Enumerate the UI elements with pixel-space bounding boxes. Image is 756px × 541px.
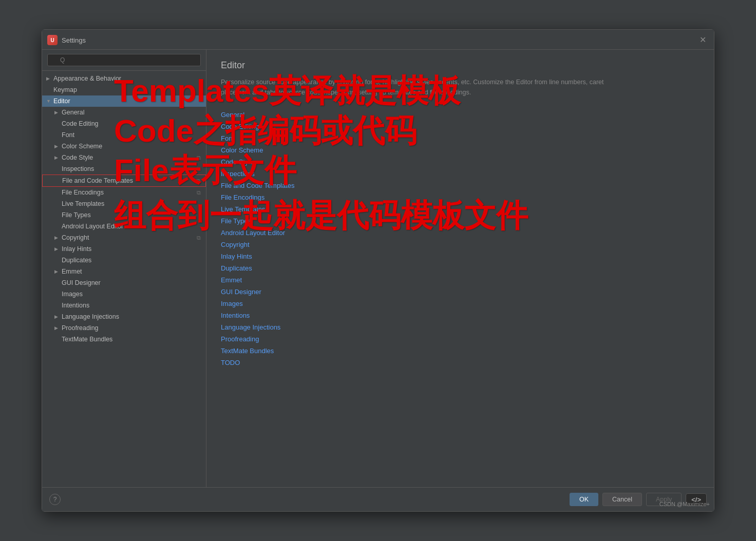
- sidebar-item-code-editing[interactable]: Code Editing: [42, 118, 206, 129]
- arrow-right-icon: ▶: [54, 155, 60, 160]
- search-box: ⌕: [42, 50, 206, 71]
- sidebar-item-emmet[interactable]: ▶Emmet: [42, 266, 206, 277]
- color-scheme-link[interactable]: Color Scheme: [221, 145, 700, 155]
- settings-tree: ▶Appearance & BehaviorKeymap▼Editor▶Gene…: [42, 71, 206, 487]
- proofreading-link[interactable]: Proofreading: [221, 334, 700, 344]
- title-bar-left: U Settings: [47, 35, 86, 45]
- sidebar-item-label: Intentions: [62, 302, 89, 309]
- arrow-right-icon: ▶: [54, 110, 60, 115]
- todo-link[interactable]: TODO: [221, 358, 700, 368]
- sidebar-item-color-scheme[interactable]: ▶Color Scheme: [42, 141, 206, 152]
- sidebar-item-file-code-templates[interactable]: File and Code Templates⧉: [42, 175, 206, 187]
- arrow-right-icon: ▶: [54, 144, 60, 149]
- emmet-link[interactable]: Emmet: [221, 275, 700, 285]
- sidebar-item-appearance[interactable]: ▶Appearance & Behavior: [42, 73, 206, 84]
- dialog-title: Settings: [62, 36, 86, 44]
- sidebar-item-language-injections[interactable]: ▶Language Injections: [42, 311, 206, 322]
- arrow-right-icon: ▶: [54, 325, 60, 331]
- inspections-link[interactable]: Inspections: [221, 169, 700, 179]
- file-encodings-link[interactable]: File Encodings: [221, 192, 700, 202]
- copy-icon: ⧉: [197, 154, 201, 161]
- sidebar-item-duplicates[interactable]: Duplicates: [42, 255, 206, 266]
- language-injections-link[interactable]: Language Injections: [221, 322, 700, 332]
- watermark: CSDN @Maximize+: [659, 501, 710, 507]
- sidebar-item-live-templates[interactable]: Live Templates: [42, 198, 206, 209]
- file-types-link[interactable]: File Types: [221, 216, 700, 226]
- code-style-link[interactable]: Code Style: [221, 157, 700, 167]
- sidebar-item-label: File Types: [62, 211, 91, 219]
- close-button[interactable]: ✕: [698, 36, 707, 44]
- inlay-hints-link[interactable]: Inlay Hints: [221, 252, 700, 261]
- sidebar-item-code-style[interactable]: ▶Code Style⧉: [42, 152, 206, 163]
- gui-designer-link[interactable]: GUI Designer: [221, 287, 700, 297]
- sidebar-item-file-encodings[interactable]: File Encodings⧉: [42, 187, 206, 198]
- code-editing-link[interactable]: Code Editing: [221, 122, 700, 131]
- sidebar-item-android-layout-editor[interactable]: Android Layout Editor: [42, 221, 206, 232]
- sidebar-item-label: General: [62, 109, 84, 116]
- android-layout-editor-link[interactable]: Android Layout Editor: [221, 228, 700, 238]
- sidebar-item-font[interactable]: Font: [42, 129, 206, 141]
- sidebar-item-inspections[interactable]: Inspections⧉: [42, 163, 206, 175]
- sidebar-item-images[interactable]: Images: [42, 288, 206, 300]
- sidebar-item-proofreading[interactable]: ▶Proofreading: [42, 322, 206, 334]
- sidebar-item-label: Font: [62, 131, 74, 139]
- sidebar-item-intentions[interactable]: Intentions: [42, 300, 206, 311]
- sidebar-item-general[interactable]: ▶General: [42, 107, 206, 118]
- intentions-link[interactable]: Intentions: [221, 311, 700, 320]
- search-wrapper: ⌕: [47, 54, 201, 66]
- dialog-footer: ? OK Cancel Apply </>: [42, 487, 714, 511]
- sidebar-item-label: Inspections: [62, 165, 94, 172]
- live-templates-link[interactable]: Live Templates: [221, 204, 700, 214]
- images-link[interactable]: Images: [221, 299, 700, 308]
- sidebar-item-label: Copyright: [62, 234, 89, 241]
- help-button[interactable]: ?: [49, 494, 61, 505]
- sidebar-item-label: Language Injections: [62, 313, 119, 320]
- arrow-right-icon: ▶: [54, 235, 60, 240]
- dialog-body: ⌕ ▶Appearance & BehaviorKeymap▼Editor▶Ge…: [42, 50, 714, 487]
- sidebar-item-label: Keymap: [53, 86, 77, 93]
- general-link[interactable]: General: [221, 110, 700, 120]
- cancel-button[interactable]: Cancel: [602, 493, 642, 506]
- arrow-right-icon: ▶: [46, 76, 51, 81]
- sidebar-item-label: TextMate Bundles: [62, 336, 112, 343]
- sidebar-item-label: Live Templates: [62, 200, 104, 207]
- arrow-right-icon: ▶: [54, 314, 60, 319]
- sidebar-item-label: Duplicates: [62, 257, 91, 264]
- copy-icon: ⧉: [197, 189, 201, 196]
- sidebar-item-label: Code Style: [62, 154, 93, 161]
- sidebar-item-label: Editor: [53, 98, 70, 105]
- arrow-down-icon: ▼: [46, 99, 51, 104]
- sidebar-item-label: Proofreading: [62, 324, 99, 332]
- settings-dialog: U Settings ✕ ⌕ ▶Appearance & BehaviorKey…: [42, 29, 714, 512]
- sidebar-item-keymap[interactable]: Keymap: [42, 84, 206, 95]
- sidebar-item-label: Appearance & Behavior: [53, 75, 121, 82]
- content-title: Editor: [221, 60, 700, 71]
- sidebar: ⌕ ▶Appearance & BehaviorKeymap▼Editor▶Ge…: [42, 50, 206, 487]
- copy-icon: ⧉: [197, 235, 201, 241]
- duplicates-link[interactable]: Duplicates: [221, 263, 700, 273]
- sidebar-item-gui-designer[interactable]: GUI Designer: [42, 277, 206, 288]
- content-links-list: GeneralCode EditingFontColor SchemeCode …: [221, 110, 700, 368]
- sidebar-item-label: Color Scheme: [62, 143, 102, 150]
- sidebar-item-label: Inlay Hints: [62, 245, 91, 253]
- file-code-templates-link[interactable]: File and Code Templates: [221, 181, 700, 190]
- sidebar-item-label: Code Editing: [62, 120, 99, 127]
- sidebar-item-textmate-bundles[interactable]: TextMate Bundles: [42, 334, 206, 345]
- copyright-link[interactable]: Copyright: [221, 240, 700, 249]
- font-link[interactable]: Font: [221, 133, 700, 143]
- sidebar-item-label: Images: [62, 291, 83, 298]
- sidebar-item-label: File and Code Templates: [62, 177, 133, 184]
- search-input[interactable]: [47, 54, 201, 66]
- sidebar-item-copyright[interactable]: ▶Copyright⧉: [42, 232, 206, 243]
- arrow-right-icon: ▶: [54, 246, 60, 252]
- sidebar-item-editor[interactable]: ▼Editor: [42, 95, 206, 107]
- ok-button[interactable]: OK: [570, 493, 598, 506]
- copy-icon: ⧉: [197, 166, 201, 172]
- sidebar-item-label: Android Layout Editor: [62, 223, 123, 230]
- arrow-right-icon: ▶: [54, 269, 60, 274]
- sidebar-item-file-types[interactable]: File Types: [42, 209, 206, 221]
- textmate-bundles-link[interactable]: TextMate Bundles: [221, 346, 700, 356]
- sidebar-item-label: GUI Designer: [62, 279, 101, 286]
- sidebar-item-label: File Encodings: [62, 189, 104, 196]
- sidebar-item-inlay-hints[interactable]: ▶Inlay Hints: [42, 243, 206, 255]
